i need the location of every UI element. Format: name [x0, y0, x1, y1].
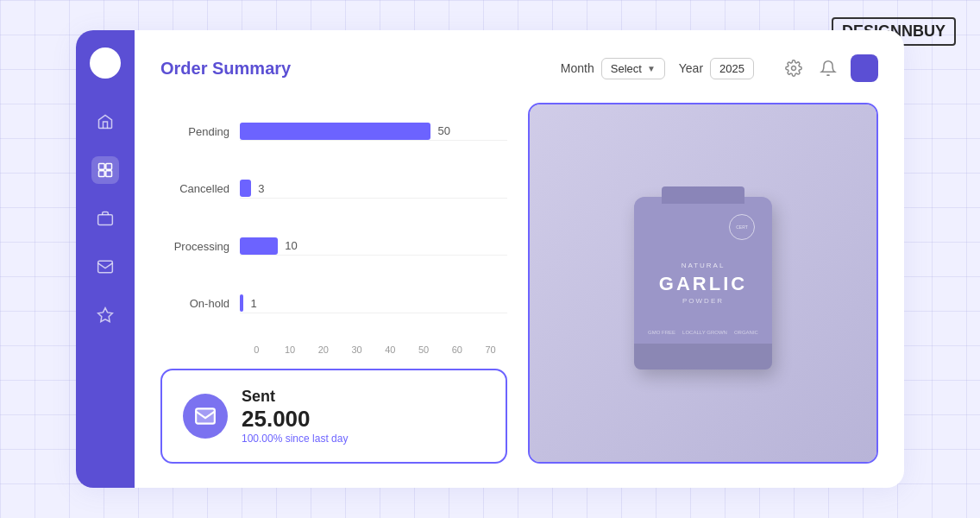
- svg-rect-4: [98, 215, 113, 225]
- month-select[interactable]: Select ▼: [601, 58, 665, 79]
- bag-name-label: GARLIC: [659, 273, 747, 295]
- x-tick-0: 0: [240, 344, 273, 355]
- sent-label: Sent: [242, 388, 348, 406]
- svg-rect-1: [106, 164, 112, 170]
- page-title: Order Summary: [160, 59, 291, 79]
- bar-chart: Pending 50 Cancelled 3: [160, 103, 507, 341]
- x-tick-70: 70: [474, 344, 507, 355]
- year-label: Year: [679, 61, 703, 75]
- month-filter: Month Select ▼: [561, 58, 665, 79]
- svg-rect-5: [98, 261, 113, 272]
- bar-row-onhold: On-hold 1: [160, 294, 507, 313]
- x-tick-20: 20: [307, 344, 341, 355]
- bar-fill-processing: [240, 237, 278, 255]
- svg-rect-8: [196, 408, 215, 423]
- svg-rect-3: [106, 171, 112, 177]
- x-tick-40: 40: [374, 344, 407, 355]
- header-icons: [782, 54, 878, 82]
- sidebar-item-home[interactable]: [91, 108, 119, 136]
- purple-action-button[interactable]: [851, 54, 878, 82]
- bag-subtitle-label: POWDER: [682, 297, 724, 305]
- sent-card: Sent 25.000 100.00% since last day: [160, 369, 507, 464]
- bell-icon[interactable]: [816, 56, 840, 80]
- settings-icon[interactable]: [782, 56, 806, 80]
- x-tick-30: 30: [340, 344, 374, 355]
- main-content: Order Summary Month Select ▼ Year 2025: [135, 30, 904, 488]
- sidebar-item-briefcase[interactable]: [91, 205, 119, 232]
- product-card: CERT NATURAL GARLIC POWDER GMO FREE LOCA…: [528, 103, 878, 464]
- product-image: CERT NATURAL GARLIC POWDER GMO FREE LOCA…: [530, 104, 876, 462]
- bar-value-processing: 10: [285, 239, 297, 252]
- bar-label-onhold: On-hold: [160, 297, 229, 310]
- page-header: Order Summary Month Select ▼ Year 2025: [160, 54, 878, 82]
- bag-footer-labels: GMO FREE LOCALLY GROWN ORGANIC: [648, 330, 758, 335]
- svg-rect-0: [99, 164, 105, 170]
- chevron-down-icon: ▼: [647, 64, 656, 73]
- x-axis: 0 10 20 30 40 50 60 70: [160, 344, 507, 355]
- bar-value-pending: 50: [437, 124, 449, 137]
- sidebar-avatar[interactable]: [90, 47, 121, 79]
- bar-label-cancelled: Cancelled: [160, 182, 229, 195]
- bar-value-cancelled: 3: [258, 182, 264, 195]
- sent-sub: 100.00% since last day: [242, 433, 348, 445]
- bag-type-label: NATURAL: [682, 262, 726, 269]
- bar-row-pending: Pending 50: [160, 122, 507, 141]
- bar-fill-cancelled: [240, 180, 251, 197]
- year-value: 2025: [710, 58, 754, 79]
- sidebar-item-grid[interactable]: [91, 156, 119, 184]
- year-filter: Year 2025: [679, 58, 754, 79]
- svg-point-7: [792, 66, 796, 71]
- bar-label-pending: Pending: [160, 125, 229, 138]
- sidebar: [76, 30, 135, 488]
- bar-fill-onhold: [240, 294, 243, 312]
- bar-row-cancelled: Cancelled 3: [160, 180, 507, 199]
- garlic-bag: CERT NATURAL GARLIC POWDER GMO FREE LOCA…: [634, 197, 772, 370]
- month-label: Month: [561, 61, 594, 75]
- bar-fill-pending: [240, 123, 430, 140]
- svg-marker-6: [98, 308, 113, 322]
- sidebar-item-mail[interactable]: [91, 253, 119, 281]
- bar-value-onhold: 1: [250, 297, 256, 310]
- bar-row-processing: Processing 10: [160, 237, 507, 256]
- bar-label-processing: Processing: [160, 240, 229, 253]
- svg-rect-2: [99, 171, 105, 177]
- sent-icon-wrap: [183, 394, 228, 439]
- sent-value: 25.000: [242, 406, 348, 433]
- sidebar-item-star[interactable]: [91, 301, 119, 329]
- main-card: Order Summary Month Select ▼ Year 2025: [76, 30, 904, 488]
- x-tick-60: 60: [441, 344, 474, 355]
- x-tick-50: 50: [407, 344, 441, 355]
- sent-info: Sent 25.000 100.00% since last day: [242, 388, 348, 445]
- x-tick-10: 10: [273, 344, 307, 355]
